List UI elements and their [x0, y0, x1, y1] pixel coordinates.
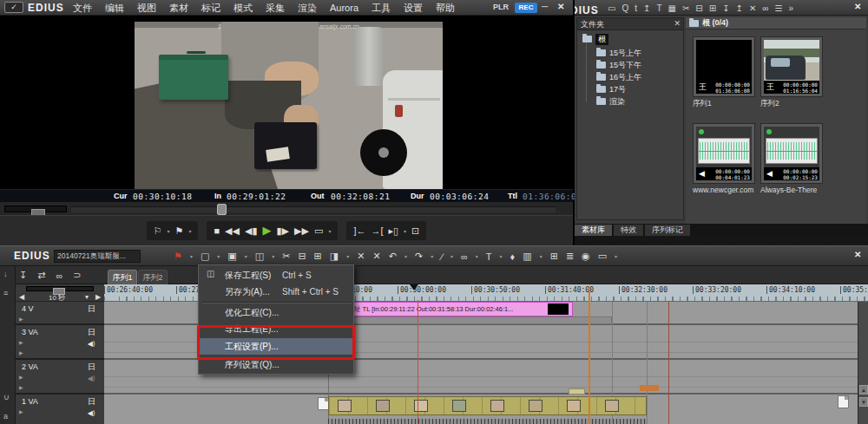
copy-icon[interactable]: ⊟	[695, 3, 702, 13]
open-project-icon[interactable]: ▣	[227, 251, 236, 262]
tree-item-label[interactable]: 15号下午	[609, 60, 641, 71]
menu-item-consolidate-project[interactable]: 优化工程(C)...	[199, 304, 355, 321]
tree-item[interactable]: 17号	[596, 83, 626, 95]
clip-file-icon[interactable]	[838, 395, 849, 408]
search-icon[interactable]: Q	[621, 3, 628, 13]
chevron-down-icon[interactable]: ▾	[85, 293, 89, 301]
menu-aurora[interactable]: Aurora	[330, 3, 358, 13]
menu-tools[interactable]: 工具	[372, 2, 391, 15]
copy-icon[interactable]: ⊟	[298, 251, 306, 262]
bin-clip-seq1[interactable]: 王 00:00:00:00 01:36:06:08 序列1	[693, 36, 759, 109]
paste-icon[interactable]: ⊞	[314, 251, 322, 262]
bin-clip-audio1[interactable]: ◀ 00:00:00:00 00:04:01:23 www.newcger.co…	[693, 123, 759, 194]
link-icon[interactable]: ∞	[762, 3, 768, 13]
set-out-point-icon[interactable]: ⚑	[175, 225, 184, 237]
timeline-title-clip[interactable]: 址 TL [In:00:29:11:22 Out:00:31:58:13 Dur…	[352, 302, 573, 316]
clip-name[interactable]: 序列1	[693, 99, 759, 109]
minimize-button[interactable]: ─	[542, 2, 548, 11]
video-track-icon[interactable]: 日	[88, 396, 95, 408]
bin-clip-audio2[interactable]: ◀ 00:00:00:00 00:02:15:23 Always-Be-Ther…	[760, 123, 826, 194]
clip-name[interactable]: Always-Be-There	[760, 186, 826, 194]
tab-bin[interactable]: 素材库	[575, 225, 612, 236]
tree-item[interactable]: 15号下午	[596, 59, 641, 71]
link-icon[interactable]: ∞	[461, 251, 468, 262]
zoom-prev-icon[interactable]: ◀	[19, 293, 24, 301]
rec-badge[interactable]: REC	[515, 3, 537, 13]
expand-icon[interactable]: ▶	[19, 339, 23, 345]
track-list-icon[interactable]: ≡	[3, 289, 8, 297]
sync-mode-icon[interactable]: ⇄	[37, 270, 45, 281]
insert-mode-icon[interactable]: ↓	[3, 270, 8, 278]
new-project-icon[interactable]: ▢	[201, 251, 209, 262]
eject-icon[interactable]: ↥	[736, 3, 743, 13]
track-header-3va[interactable]: 3 VA 日 ◀⟩ ▶ ▶	[16, 325, 104, 360]
tree-item[interactable]: 15号上午	[596, 47, 641, 59]
chevron-down-icon[interactable]: ▾	[328, 228, 331, 234]
expand-icon[interactable]: ▶	[19, 384, 23, 390]
text-tool-icon[interactable]: t	[635, 3, 637, 13]
image-icon[interactable]: ▦	[668, 3, 676, 13]
timeline-zoom-slider[interactable]	[26, 286, 94, 291]
speaker-icon[interactable]: ◀⟩	[88, 375, 95, 382]
scroll-up-icon[interactable]: ▲	[859, 385, 868, 395]
stop-icon[interactable]: ■	[214, 225, 220, 237]
close-button[interactable]: ✕	[557, 2, 564, 11]
goto-out-icon[interactable]: →[	[371, 225, 383, 237]
display-mode-icon[interactable]: ▭	[314, 225, 323, 237]
chevron-down-icon[interactable]: ▾	[168, 228, 170, 234]
fast-forward-icon[interactable]: ▶▶	[294, 225, 309, 237]
tree-item-label[interactable]: 17号	[609, 84, 626, 95]
expand-icon[interactable]: ▶	[19, 316, 23, 322]
bin-clip-seq2[interactable]: 王 00:00:00:00 01:16:56:04 序列2	[760, 36, 826, 109]
menu-file[interactable]: 文件	[73, 2, 92, 15]
sequence-tab-2[interactable]: 序列2	[138, 270, 168, 284]
menu-help[interactable]: 帮助	[436, 2, 455, 15]
delete-icon[interactable]: ✕	[749, 3, 756, 13]
mixer-icon[interactable]: ≣	[566, 251, 574, 262]
shuttle-track[interactable]	[4, 205, 67, 212]
folder-panel-close-icon[interactable]: ✕	[674, 19, 681, 28]
video-source-icon[interactable]: ∪	[3, 393, 10, 401]
playhead-marker[interactable]	[410, 284, 418, 290]
expand-icon[interactable]: ▶	[19, 374, 23, 380]
save-project-icon[interactable]: ◫	[255, 251, 264, 262]
menu-mode[interactable]: 模式	[233, 2, 253, 15]
set-in-point-icon[interactable]: ⚐	[154, 225, 162, 237]
goto-in-icon[interactable]: ]←	[353, 225, 365, 237]
menu-capture[interactable]: 采集	[266, 2, 285, 15]
timeline-vertical-scrollbar[interactable]: ▲ ▼	[858, 302, 868, 424]
add-cut-point-icon[interactable]: ∕	[441, 251, 443, 262]
menu-item-project-settings[interactable]: 工程设置(P)...	[199, 338, 355, 355]
menu-item-save-as[interactable]: 另存为(A)... Shift + Ctrl + S	[199, 284, 355, 300]
title-icon[interactable]: T	[656, 3, 661, 13]
cut-icon[interactable]: ✂	[682, 3, 689, 13]
more-icon[interactable]: »	[788, 3, 793, 13]
menu-settings[interactable]: 设置	[404, 2, 423, 15]
expand-icon[interactable]: ▶	[19, 408, 23, 414]
position-handle[interactable]	[217, 204, 227, 215]
monitor-icon[interactable]: ▭	[598, 251, 607, 262]
frame-forward-icon[interactable]: ▮▶	[277, 225, 290, 237]
folder-icon[interactable]: ▭	[608, 3, 615, 13]
paste-icon[interactable]: ⊞	[709, 3, 716, 13]
menu-clip[interactable]: 素材	[169, 2, 188, 15]
audio-source-icon[interactable]: a	[3, 412, 8, 421]
clip-name[interactable]: 序列2	[760, 99, 826, 109]
export-frame-icon[interactable]: ⊡	[411, 225, 419, 237]
group-mode-icon[interactable]: ⊃	[73, 270, 81, 281]
undo-icon[interactable]: ↶	[389, 251, 397, 262]
timeline-video-clip[interactable]	[328, 396, 647, 415]
menu-view[interactable]: 视图	[137, 2, 156, 15]
grid-icon[interactable]: ⊞	[550, 251, 558, 262]
playback-icon[interactable]: ◉	[582, 251, 590, 262]
ripple-delete-icon[interactable]: ✕	[372, 251, 380, 262]
track-header-4v[interactable]: 4 V 日 ▶	[16, 302, 104, 325]
menu-edit[interactable]: 编辑	[105, 2, 124, 15]
menu-item-sequence-settings[interactable]: 序列设置(Q)...	[199, 356, 355, 373]
extend-mode-icon[interactable]: ∞	[56, 271, 62, 281]
tree-item[interactable]: 16号上午	[596, 71, 641, 83]
sequence-tab-1[interactable]: 序列1	[108, 270, 137, 284]
tree-item-label[interactable]: 渲染	[609, 96, 625, 108]
tab-sequence-marks[interactable]: 序列标记	[645, 225, 690, 236]
delete-icon[interactable]: ✕	[357, 251, 365, 262]
